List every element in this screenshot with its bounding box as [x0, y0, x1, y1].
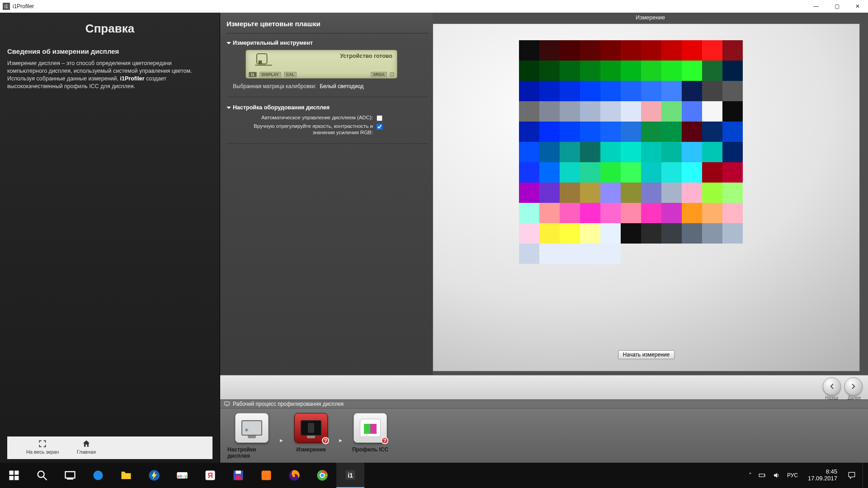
fullscreen-button[interactable]: На весь экран: [26, 439, 59, 455]
color-swatch: [702, 81, 722, 101]
option-manual-checkbox[interactable]: [377, 124, 382, 130]
color-swatch: [702, 203, 722, 223]
color-swatch: [539, 223, 560, 244]
color-swatch: [560, 81, 580, 101]
svg-rect-8: [67, 479, 73, 479]
color-swatch: [600, 162, 621, 183]
window-title: i1Profiler: [13, 3, 806, 9]
workflow-step-measurement[interactable]: ? Измерение: [287, 413, 335, 453]
color-swatch: [661, 223, 682, 244]
taskbar-app-ebay[interactable]: ebay: [168, 463, 196, 488]
home-icon: [82, 439, 91, 448]
task-view-icon: [64, 469, 76, 482]
window-minimize-button[interactable]: —: [806, 0, 826, 13]
color-swatch: [661, 40, 682, 61]
color-swatch: [560, 244, 580, 264]
search-button[interactable]: [28, 463, 56, 488]
chip-xrga: XRGA: [371, 72, 387, 77]
color-swatch: [641, 223, 661, 244]
workflow-step-label: Профиль ICC: [352, 446, 388, 453]
language-indicator[interactable]: РУС: [787, 472, 798, 479]
color-swatch: [580, 183, 600, 203]
color-swatch: [539, 122, 560, 142]
fullscreen-label: На весь экран: [26, 449, 59, 455]
task-view-button[interactable]: [56, 463, 84, 488]
workflow-step-icc-profile[interactable]: ? Профиль ICC: [346, 413, 395, 453]
color-swatch: [661, 101, 682, 122]
option-adc-checkbox[interactable]: [377, 115, 382, 121]
color-swatch: [661, 183, 682, 203]
nav-next-button[interactable]: [844, 377, 863, 395]
color-swatch: [600, 183, 621, 203]
section-instrument-header[interactable]: Измерительный инструмент: [226, 40, 428, 46]
color-swatch: [661, 122, 682, 142]
start-measurement-button[interactable]: Начать измерение: [618, 350, 675, 359]
color-swatch: [600, 244, 621, 264]
color-swatch: [539, 244, 560, 264]
battery-icon[interactable]: [758, 471, 766, 479]
section-hardware-header[interactable]: Настройка оборудования дисплея: [226, 104, 428, 111]
chip-i1: i1: [249, 72, 257, 77]
nav-next-label: Далее: [848, 395, 861, 400]
svg-text:Я: Я: [208, 471, 213, 479]
color-swatch: [519, 203, 539, 223]
color-swatch: [580, 203, 600, 223]
color-swatch: [722, 183, 743, 203]
color-swatch: [682, 183, 702, 203]
color-swatch: [702, 162, 722, 183]
taskbar-app-yandex[interactable]: Я: [196, 463, 224, 488]
color-swatch: [661, 61, 682, 81]
color-swatch: [539, 142, 560, 162]
color-swatch: [580, 40, 600, 61]
tray-overflow-button[interactable]: ˄: [749, 472, 752, 479]
taskbar-app-firefox[interactable]: [280, 463, 308, 488]
color-swatch: [580, 162, 600, 183]
color-swatch: [580, 61, 600, 81]
color-swatch: [600, 142, 621, 162]
home-button[interactable]: Главная: [77, 439, 96, 455]
window-maximize-button[interactable]: ▢: [826, 0, 847, 13]
color-swatch: [600, 203, 621, 223]
option-manual-label: Вручную отрегулируйте яркость, контрастн…: [233, 123, 373, 136]
svg-text:i1: i1: [348, 472, 353, 479]
color-swatch: [621, 40, 641, 61]
work-area: Измерьте цветовые плашки Измерительный и…: [220, 13, 868, 463]
color-swatch: [580, 223, 600, 244]
color-swatch: [600, 223, 621, 244]
preview-area: Начать измерение: [433, 23, 860, 371]
floppy-icon: [232, 469, 245, 482]
taskbar-app-explorer[interactable]: [112, 463, 140, 488]
color-swatch: [661, 203, 682, 223]
firefox-icon: [288, 469, 301, 482]
folder-icon: [120, 469, 132, 482]
workflow-step-display-settings[interactable]: ☀ Настройки дисплея: [227, 413, 276, 459]
taskbar-clock[interactable]: 8:45 17.09.2017: [804, 469, 841, 482]
workflow-arrow-icon: ▸: [280, 428, 283, 444]
color-swatch: [560, 203, 580, 223]
color-swatch: [682, 61, 702, 81]
taskbar-app-save[interactable]: [224, 463, 252, 488]
taskbar-app-thunderbird[interactable]: [140, 463, 168, 488]
color-swatch: [519, 162, 539, 183]
color-swatch: [722, 203, 743, 223]
device-chip-strip: i1 DISPLAY CAL XRGA: [246, 71, 397, 78]
chrome-icon: [316, 469, 329, 482]
color-swatch: [519, 40, 539, 61]
taskbar-app-aimp[interactable]: [252, 463, 280, 488]
taskbar-app-i1profiler[interactable]: i1: [336, 463, 364, 488]
preview-panel: Измерение Начать измерение: [433, 13, 868, 375]
thunder-icon: [148, 469, 160, 482]
svg-line-6: [44, 477, 47, 480]
window-close-button[interactable]: ✕: [847, 0, 868, 13]
show-desktop-button[interactable]: [863, 463, 866, 488]
help-title: Справка: [7, 22, 212, 36]
taskbar-app-edge[interactable]: [84, 463, 112, 488]
color-swatch: [702, 122, 722, 142]
nav-back-button[interactable]: [823, 377, 841, 395]
action-center-icon[interactable]: [847, 471, 856, 480]
color-swatch: [621, 61, 641, 81]
color-swatch: [641, 162, 661, 183]
volume-icon[interactable]: [773, 471, 781, 479]
start-button[interactable]: [0, 463, 28, 488]
taskbar-app-chrome[interactable]: [308, 463, 336, 488]
